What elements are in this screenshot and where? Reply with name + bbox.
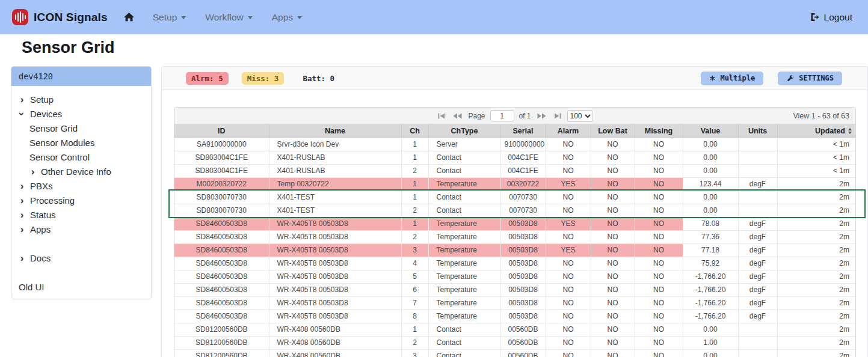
cell-id: SD81200560DB [174, 336, 269, 349]
cell-value: 78.08 [683, 217, 738, 230]
column-header-low-bat[interactable]: Low Bat [591, 124, 635, 138]
table-row[interactable]: SD84600503D8WR-X405T8 00503D87Temperatur… [174, 296, 855, 310]
cell-serial: 00503D8 [500, 230, 546, 243]
column-header-updated[interactable]: Updated [777, 124, 855, 138]
home-icon[interactable] [123, 12, 135, 22]
sidebar-item-status[interactable]: ›Status [19, 207, 144, 222]
table-row[interactable]: SD84600503D8WR-X405T8 00503D83Temperatur… [174, 243, 855, 257]
table-row[interactable]: SD84600503D8WR-X405T8 00503D86Temperatur… [174, 283, 855, 296]
nav-item-workflow[interactable]: Workflow [205, 12, 252, 23]
sidebar-item-devices[interactable]: ›Devices [19, 106, 144, 121]
cell-chtype: Temperature [428, 310, 500, 323]
cell-id: SD84600503D8 [174, 230, 269, 243]
column-header-id[interactable]: ID [174, 124, 269, 138]
cell-updated: 2m [777, 217, 855, 230]
column-header-units[interactable]: Units [738, 124, 777, 138]
logout-button[interactable]: Logout [810, 12, 852, 23]
table-row[interactable]: SD8030070730X401-TEST1Contact0070730NONO… [174, 191, 855, 204]
column-header-name[interactable]: Name [269, 124, 401, 138]
cell-value: 0.00 [683, 164, 738, 177]
last-page-icon[interactable] [552, 113, 562, 119]
table-row[interactable]: SD803004C1FEX401-RUSLAB2Contact004C1FENO… [174, 164, 855, 177]
table-row[interactable]: SD84600503D8WR-X405T8 00503D84Temperatur… [174, 257, 855, 270]
table-row[interactable]: SD803004C1FEX401-RUSLAB1Contact004C1FENO… [174, 151, 855, 164]
cell-ch: 1 [401, 177, 428, 191]
cell-units [738, 323, 777, 336]
top-navbar: ICON Signals SetupWorkflowApps Logout [0, 0, 868, 34]
page-size-select[interactable]: 100 [567, 110, 593, 122]
table-row[interactable]: SD84600503D8WR-X405T8 00503D85Temperatur… [174, 270, 855, 283]
cell-alarm: NO [546, 310, 591, 323]
sidebar-item-sensor-grid[interactable]: Sensor Grid [19, 121, 144, 135]
column-header-alarm[interactable]: Alarm [546, 124, 591, 138]
cell-chtype: Contact [428, 191, 500, 204]
brand[interactable]: ICON Signals [12, 9, 108, 25]
cell-missing: NO [635, 243, 683, 257]
cell-serial: 00503D8 [500, 296, 546, 310]
sidebar-item-label: Setup [30, 94, 54, 105]
chevron-right-icon: › [19, 224, 25, 234]
pagination-bar: Page of 1 100 View 1 - 63 of 63 [174, 108, 855, 124]
sidebar-item-pbxs[interactable]: ›PBXs [19, 178, 144, 193]
cell-value: 0.00 [683, 349, 738, 357]
cell-chtype: Temperature [428, 270, 500, 283]
cell-id: SA9100000000 [174, 138, 269, 151]
sidebar-nav-list: ›Setup›DevicesSensor GridSensor ModulesS… [11, 86, 151, 299]
sidebar-item-apps[interactable]: ›Apps [19, 222, 144, 236]
sensor-grid-table-panel: Page of 1 100 View 1 - 63 of 63 IDNameCh… [174, 107, 856, 357]
cell-serial: 00503D8 [500, 310, 546, 323]
cell-chtype: Temperature [428, 177, 500, 191]
column-header-serial[interactable]: Serial [500, 124, 546, 138]
column-header-value[interactable]: Value [683, 124, 738, 138]
table-row[interactable]: SD81200560DBWR-X408 00560DB3Contact00560… [174, 349, 855, 357]
chevron-down-icon [248, 16, 253, 19]
sidebar-item-old-ui[interactable]: Old UI [19, 279, 144, 294]
sidebar-item-other-device-info[interactable]: ›Other Device Info [19, 164, 144, 178]
alarm-count-badge[interactable]: Alrm: 5 [186, 72, 229, 85]
sidebar-item-docs[interactable]: ›Docs [19, 251, 144, 265]
settings-button[interactable]: SETTINGS [778, 72, 842, 85]
table-row[interactable]: SD84600503D8WR-X405T8 00503D81Temperatur… [174, 217, 855, 230]
table-row[interactable]: SD84600503D8WR-X405T8 00503D88Temperatur… [174, 310, 855, 323]
sidebar-device-header[interactable]: dev4120 [11, 67, 151, 86]
table-row[interactable]: SD81200560DBWR-X408 00560DB1Contact00560… [174, 323, 855, 336]
cell-id: SD84600503D8 [174, 296, 269, 310]
cell-name: WR-X405T8 00503D8 [269, 243, 401, 257]
sidebar-item-processing[interactable]: ›Processing [19, 193, 144, 207]
cell-chtype: Contact [428, 323, 500, 336]
cell-missing: NO [635, 138, 683, 151]
sidebar-item-setup[interactable]: ›Setup [19, 92, 144, 106]
cell-units: degF [738, 177, 777, 191]
table-row[interactable]: SD84600503D8WR-X405T8 00503D82Temperatur… [174, 230, 855, 243]
prev-page-icon[interactable] [452, 113, 463, 119]
sidebar-item-sensor-control[interactable]: Sensor Control [19, 150, 144, 164]
miss-count-badge[interactable]: Miss: 3 [242, 72, 285, 85]
cell-missing: NO [635, 230, 683, 243]
nav-item-apps[interactable]: Apps [272, 12, 302, 23]
next-page-icon[interactable] [536, 113, 547, 119]
cell-missing: NO [635, 204, 683, 217]
cell-alarm: NO [546, 191, 591, 204]
page-number-input[interactable] [490, 110, 514, 121]
table-row[interactable]: SA9100000000Srvr-d3ce Icon Dev1Server910… [174, 138, 855, 151]
table-row[interactable]: SD81200560DBWR-X408 00560DB2Contact00560… [174, 336, 855, 349]
cell-value: -1,766.20 [683, 310, 738, 323]
nav-item-label: Setup [153, 12, 177, 23]
first-page-icon[interactable] [437, 113, 447, 119]
nav-item-label: Apps [272, 12, 293, 23]
cell-chtype: Temperature [428, 217, 500, 230]
table-row[interactable]: M00200320722Temp 003207221Temperature003… [174, 177, 855, 191]
multiple-button[interactable]: * Multiple [701, 72, 763, 85]
sidebar-item-sensor-modules[interactable]: Sensor Modules [19, 135, 144, 150]
cell-low-bat: NO [591, 191, 635, 204]
settings-button-label: SETTINGS [799, 74, 834, 82]
sidebar-item-label: Sensor Grid [29, 123, 78, 133]
sidebar-spacer [19, 236, 144, 251]
column-header-ch[interactable]: Ch [401, 124, 428, 138]
cell-units [738, 138, 777, 151]
column-header-missing[interactable]: Missing [635, 124, 683, 138]
nav-item-setup[interactable]: Setup [153, 12, 186, 23]
column-header-chtype[interactable]: ChType [428, 124, 500, 138]
table-row[interactable]: SD8030070730X401-TEST2Contact0070730NONO… [174, 204, 855, 217]
cell-ch: 6 [401, 283, 428, 296]
